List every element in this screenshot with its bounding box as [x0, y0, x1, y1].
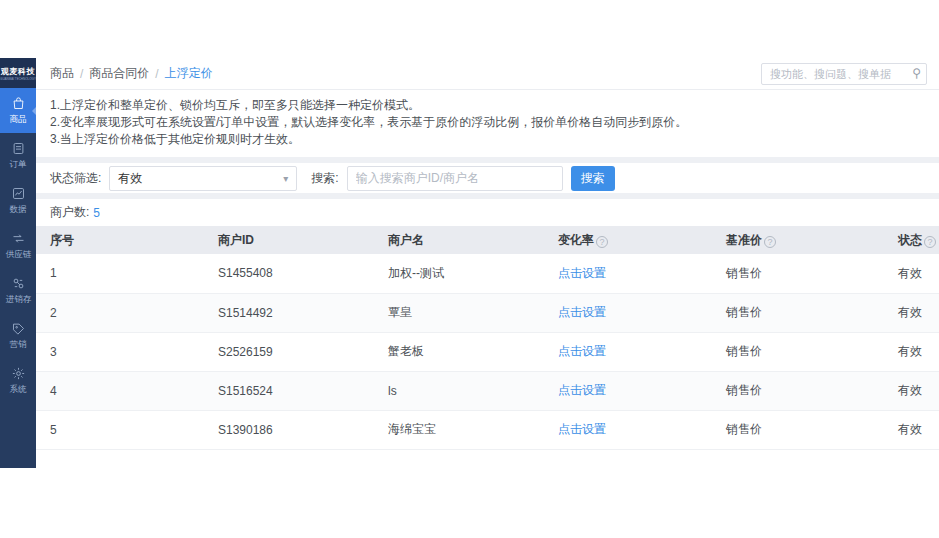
column-header: 变化率?: [544, 226, 712, 254]
merchant-name-cell: 加权--测试: [374, 254, 544, 293]
note-line-2: 2.变化率展现形式可在系统设置/订单中设置，默认选择变化率，表示基于原价的浮动比…: [50, 114, 925, 131]
base-price-cell: 销售价: [712, 332, 884, 371]
merchant-id-cell: S1455408: [204, 254, 374, 293]
base-price-cell: 销售价: [712, 410, 884, 449]
inventory-icon: [11, 275, 26, 291]
search-button[interactable]: 搜索: [571, 166, 615, 191]
sidebar-item-label: 进销存: [5, 293, 31, 305]
sidebar-item-1[interactable]: 商品: [0, 88, 36, 133]
breadcrumb-separator: /: [155, 67, 158, 81]
row-index: 4: [36, 371, 204, 410]
help-icon[interactable]: ?: [596, 236, 608, 248]
column-header: 商户名: [374, 226, 544, 254]
global-search-input[interactable]: [761, 63, 927, 85]
status-cell: 有效: [884, 254, 939, 293]
table-row: 5S1390186海绵宝宝点击设置销售价有效: [36, 410, 939, 449]
pricing-notes: 1.上浮定价和整单定价、锁价均互斥，即至多只能选择一种定价模式。 2.变化率展现…: [36, 90, 939, 163]
status-cell: 有效: [884, 371, 939, 410]
sidebar-item-4[interactable]: 供应链: [0, 223, 36, 268]
supply-chain-icon: [11, 230, 26, 246]
breadcrumb-item-3[interactable]: 上浮定价: [165, 65, 213, 82]
column-header: 商户ID: [204, 226, 374, 254]
brand-logo: 观麦科技 GUANMAI TECHNOLOGY: [0, 58, 36, 88]
breadcrumb-bar: 商品/商品合同价/上浮定价 ⚲: [36, 58, 939, 90]
app-window: 观麦科技 GUANMAI TECHNOLOGY 商品订单数据供应链进销存营销系统…: [0, 58, 939, 468]
marketing-tag-icon: [11, 320, 26, 336]
main-content: 商品/商品合同价/上浮定价 ⚲ 1.上浮定价和整单定价、锁价均互斥，即至多只能选…: [36, 58, 939, 468]
chevron-down-icon: ▾: [283, 173, 288, 184]
help-icon[interactable]: ?: [764, 236, 776, 248]
global-search: ⚲: [761, 63, 927, 85]
status-cell: 有效: [884, 332, 939, 371]
breadcrumb-item-1[interactable]: 商品: [50, 65, 74, 82]
brand-logo-subtext: GUANMAI TECHNOLOGY: [0, 77, 36, 81]
row-index: 1: [36, 254, 204, 293]
column-header: 序号: [36, 226, 204, 254]
merchant-count-bar: 商户数: 5: [36, 199, 939, 226]
orders-icon: [11, 140, 26, 156]
status-filter-value: 有效: [118, 170, 283, 187]
change-rate-link[interactable]: 点击设置: [544, 254, 712, 293]
search-icon[interactable]: ⚲: [912, 66, 921, 80]
merchant-count-value: 5: [93, 206, 100, 220]
merchant-id-cell: S1390186: [204, 410, 374, 449]
system-gear-icon: [11, 365, 26, 381]
table-header-row: 序号商户ID商户名变化率?基准价?状态?: [36, 226, 939, 254]
sidebar-item-label: 商品: [9, 113, 26, 125]
base-price-cell: 销售价: [712, 371, 884, 410]
status-cell: 有效: [884, 293, 939, 332]
merchant-name-cell: 海绵宝宝: [374, 410, 544, 449]
merchant-id-cell: S2526159: [204, 332, 374, 371]
data-chart-icon: [11, 185, 26, 201]
sidebar-item-label: 供应链: [5, 248, 31, 260]
sidebar-item-label: 订单: [9, 158, 26, 170]
sidebar-item-label: 系统: [9, 383, 26, 395]
sidebar-item-label: 营销: [9, 338, 26, 350]
change-rate-link[interactable]: 点击设置: [544, 332, 712, 371]
change-rate-link[interactable]: 点击设置: [544, 293, 712, 332]
merchant-name-cell: 覃皇: [374, 293, 544, 332]
row-index: 5: [36, 410, 204, 449]
sidebar-item-5[interactable]: 进销存: [0, 268, 36, 313]
base-price-cell: 销售价: [712, 293, 884, 332]
sidebar-item-3[interactable]: 数据: [0, 178, 36, 223]
status-cell: 有效: [884, 410, 939, 449]
merchant-count-label: 商户数:: [50, 204, 89, 221]
sidebar-nav: 商品订单数据供应链进销存营销系统: [0, 88, 36, 468]
merchant-id-cell: S1516524: [204, 371, 374, 410]
status-filter-label: 状态筛选:: [50, 170, 101, 187]
breadcrumb-separator: /: [80, 67, 83, 81]
filter-bar: 状态筛选: 有效 ▾ 搜索: 搜索: [36, 163, 939, 199]
table-row: 3S2526159蟹老板点击设置销售价有效: [36, 332, 939, 371]
breadcrumb: 商品/商品合同价/上浮定价: [50, 65, 213, 82]
goods-icon: [11, 95, 26, 111]
merchant-name-cell: ls: [374, 371, 544, 410]
sidebar-item-6[interactable]: 营销: [0, 313, 36, 358]
change-rate-link[interactable]: 点击设置: [544, 410, 712, 449]
merchant-search-input[interactable]: [347, 166, 563, 191]
table-row: 2S1514492覃皇点击设置销售价有效: [36, 293, 939, 332]
note-line-3: 3.当上浮定价价格低于其他定价规则时才生效。: [50, 131, 925, 148]
sidebar: 观麦科技 GUANMAI TECHNOLOGY 商品订单数据供应链进销存营销系统: [0, 58, 36, 468]
merchant-name-cell: 蟹老板: [374, 332, 544, 371]
merchant-id-cell: S1514492: [204, 293, 374, 332]
sidebar-item-label: 数据: [9, 203, 26, 215]
base-price-cell: 销售价: [712, 254, 884, 293]
note-line-1: 1.上浮定价和整单定价、锁价均互斥，即至多只能选择一种定价模式。: [50, 97, 925, 114]
change-rate-link[interactable]: 点击设置: [544, 371, 712, 410]
table-row: 4S1516524ls点击设置销售价有效: [36, 371, 939, 410]
table-body: 1S1455408加权--测试点击设置销售价有效2S1514492覃皇点击设置销…: [36, 254, 939, 449]
column-header: 状态?: [884, 226, 939, 254]
sidebar-item-2[interactable]: 订单: [0, 133, 36, 178]
merchant-table: 序号商户ID商户名变化率?基准价?状态? 1S1455408加权--测试点击设置…: [36, 226, 939, 450]
breadcrumb-item-2[interactable]: 商品合同价: [89, 65, 149, 82]
search-filter-label: 搜索:: [311, 170, 338, 187]
help-icon[interactable]: ?: [924, 236, 936, 248]
brand-logo-text: 观麦科技: [1, 66, 35, 77]
column-header: 基准价?: [712, 226, 884, 254]
status-filter-select[interactable]: 有效 ▾: [109, 166, 297, 191]
row-index: 2: [36, 293, 204, 332]
table-footer-space: [36, 450, 939, 477]
sidebar-item-7[interactable]: 系统: [0, 358, 36, 403]
row-index: 3: [36, 332, 204, 371]
